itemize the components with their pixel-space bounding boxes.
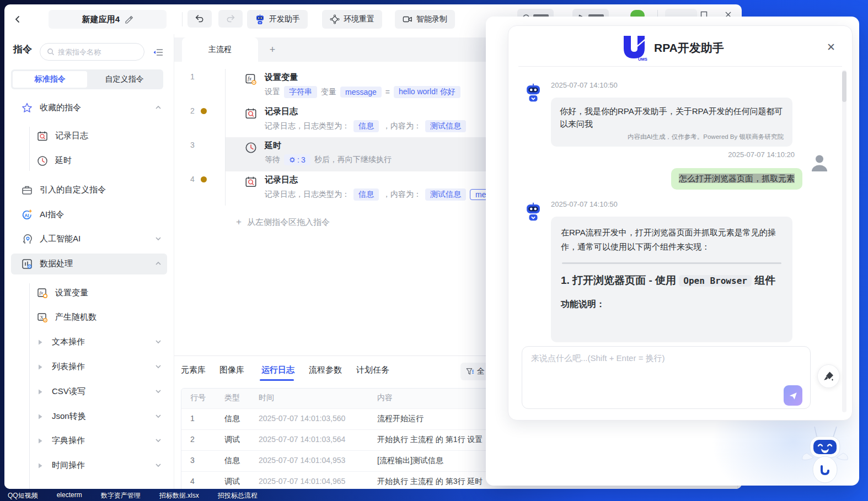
tab-standard-commands[interactable]: 标准指令 [13, 71, 87, 88]
taskbar-item[interactable]: QQ短视频 [8, 491, 38, 501]
step-description: 记录日志，日志类型为： 信息 ，内容为： 测试信息 [265, 120, 466, 132]
search-input[interactable] [58, 48, 130, 56]
item-label: 产生随机数 [55, 312, 97, 322]
taskbar-item[interactable]: electerm [57, 491, 82, 501]
sidebar-group-data-processing[interactable]: 数据处理 [11, 254, 167, 274]
chevron-down-icon [155, 413, 162, 419]
redo-icon [226, 14, 235, 24]
dev-assistant-button[interactable]: 开发助手 [247, 10, 308, 29]
sidebar-group-favorites[interactable]: 收藏的指令 [11, 98, 167, 118]
log-record-icon [36, 130, 49, 142]
brush-icon [823, 371, 834, 382]
assistant-title: RPA开发助手 [654, 40, 724, 56]
back-button[interactable] [10, 12, 25, 27]
log-type: 调试 [224, 435, 240, 445]
group-label: 文本操作 [52, 337, 85, 347]
content-chip[interactable]: 测试信息 [425, 120, 466, 132]
redo-button[interactable] [218, 10, 243, 28]
chat-input[interactable] [522, 347, 810, 408]
sidebar-group-dict-ops[interactable]: 字典操作 [11, 430, 167, 451]
collapse-all-icon[interactable] [152, 46, 164, 58]
dev-assistant-label: 开发助手 [269, 14, 300, 24]
clock-icon [36, 155, 49, 167]
sidebar-item-random-number[interactable]: X 产生随机数 [11, 307, 167, 328]
toolbar-divider [182, 12, 183, 26]
scrollbar-thumb[interactable] [842, 71, 846, 102]
svg-text:AI: AI [24, 213, 29, 218]
item-label: 设置变量 [55, 288, 88, 298]
sidebar-item-log[interactable]: 记录日志 [11, 126, 167, 147]
tab-element-library[interactable]: 元素库 [181, 365, 206, 375]
funnel-icon [465, 367, 474, 376]
sidebar-group-list-ops[interactable]: 列表操作 [11, 357, 167, 378]
sidebar-group-ai-commands[interactable]: AI AI指令 [11, 204, 167, 225]
taskbar-item[interactable]: 招投标总流程 [218, 491, 258, 501]
svg-text:X: X [40, 315, 44, 320]
svg-text:fx: fx [40, 290, 44, 295]
app-title-field[interactable]: 新建应用4 [49, 10, 167, 29]
step-title: 延时 [265, 141, 281, 151]
log-content: [流程输出]测试信息 [377, 456, 443, 466]
chat-scrollbar[interactable] [842, 70, 846, 412]
variable-chip[interactable]: message [340, 87, 382, 98]
edit-pencil-icon[interactable] [124, 15, 133, 24]
sidebar-group-text-ops[interactable]: 文本操作 [11, 332, 167, 353]
send-button[interactable] [784, 385, 802, 406]
tab-run-log[interactable]: 运行日志 [261, 365, 294, 375]
breakpoint-dot[interactable] [201, 108, 207, 114]
chevron-down-icon [155, 388, 162, 395]
chat-input-box[interactable] [522, 346, 811, 409]
command-search[interactable] [40, 43, 144, 61]
log-type-chip[interactable]: 信息 [353, 188, 379, 201]
triangle-right-icon [37, 462, 43, 469]
sidebar-group-time-ops[interactable]: 时间操作 [11, 455, 167, 476]
smart-record-button[interactable]: 智能录制 [395, 10, 455, 29]
desc-text: 等待 [265, 155, 280, 165]
taskbar-item[interactable]: 招标数据.xlsx [159, 491, 199, 501]
log-type-chip[interactable]: 信息 [353, 120, 379, 132]
breakpoint-dot[interactable] [201, 176, 207, 182]
colon: : [297, 155, 299, 164]
svg-text:fx: fx [248, 76, 252, 82]
user-message-bubble: 怎么打开浏览器页面，抓取元素 [671, 168, 802, 190]
group-label: 人工智能AI [40, 234, 81, 244]
close-assistant-icon[interactable]: ✕ [824, 40, 838, 53]
env-reset-button[interactable]: 环境重置 [322, 10, 382, 29]
user-avatar [810, 153, 829, 173]
message-timestamp: 2025-07-07 14:10:50 [551, 81, 618, 89]
message-timestamp: 2025-07-07 14:10:50 [551, 200, 618, 208]
log-time: 2025-07-07 14:01:03,560 [259, 414, 345, 423]
bot-avatar [525, 83, 542, 102]
step-title: 记录日志 [265, 106, 298, 117]
assistant-mascot-robot[interactable] [800, 427, 850, 484]
chevron-down-icon [155, 437, 162, 444]
ai-disclaimer: 内容由AI生成，仅作参考。Powered By 银联商务研究院 [560, 132, 784, 142]
drag-command-hint[interactable]: + 从左侧指令区拖入指令 [236, 217, 330, 228]
tab-flow-params[interactable]: 流程参数 [309, 365, 342, 375]
clock-icon [244, 141, 258, 154]
taskbar-item[interactable]: 数字资产管理 [101, 491, 141, 501]
tab-main-flow[interactable]: 主流程 [182, 37, 258, 62]
sidebar-group-imported[interactable]: 引入的自定义指令 [11, 180, 167, 201]
add-flow-tab-button[interactable]: + [266, 43, 279, 56]
active-tab-underline [260, 379, 294, 381]
sidebar-group-json-ops[interactable]: Json转换 [11, 406, 167, 427]
value-chip[interactable]: hello world! 你好 [394, 86, 460, 98]
seconds-value: 3 [301, 155, 306, 164]
undo-button[interactable] [187, 10, 212, 28]
tab-scheduled-tasks[interactable]: 计划任务 [356, 365, 389, 375]
sidebar-item-set-variable[interactable]: fx 设置变量 [11, 283, 167, 304]
tab-custom-commands[interactable]: 自定义指令 [87, 71, 162, 88]
sidebar-group-csv-ops[interactable]: CSV读写 [11, 381, 167, 402]
log-type: 信息 [224, 414, 240, 424]
sidebar-group-ai[interactable]: 人工智能AI [11, 229, 167, 250]
tab-image-library[interactable]: 图像库 [219, 365, 244, 375]
sidebar-item-delay[interactable]: 延时 [11, 150, 167, 171]
group-label: 字典操作 [52, 435, 85, 446]
seconds-chip[interactable]: : 3 [284, 154, 310, 165]
chevron-down-icon [155, 462, 162, 468]
step-description: 等待 : 3 秒后，再向下继续执行 [265, 154, 392, 165]
type-chip[interactable]: 字符串 [284, 86, 317, 98]
content-chip[interactable]: 测试信息 [425, 188, 466, 201]
clear-chat-button[interactable] [817, 364, 840, 388]
